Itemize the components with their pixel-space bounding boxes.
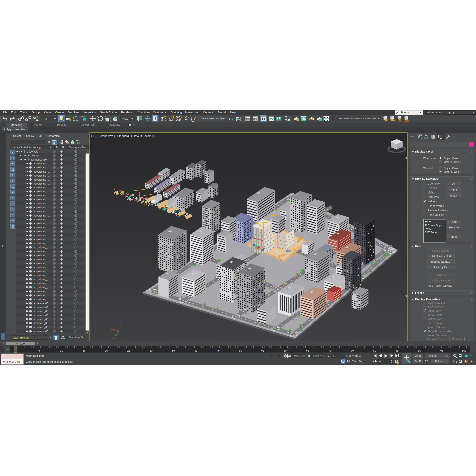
svg-text:[ + ] [ Perspective ] [ Standa: [ + ] [ Perspective ] [ Standard ] [ Def…	[91, 134, 154, 137]
svg-text:x: x	[110, 328, 112, 331]
svg-text:{: {	[191, 116, 192, 122]
svg-text:y: y	[113, 337, 115, 340]
svg-text:3: 3	[161, 116, 164, 122]
svg-text:z: z	[120, 320, 121, 323]
